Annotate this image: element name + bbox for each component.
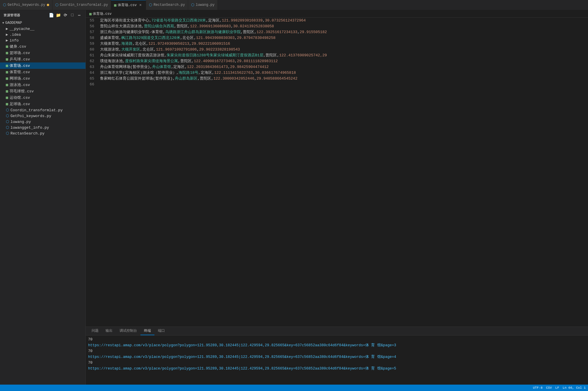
editor-area: ▦ 体育场.csv 55定海区岑港街道文化体育中心,72省道与岑柴路交叉口西南2… — [86, 10, 588, 385]
terminal-line: https://restapi.amap.com/v3/place/polygo… — [88, 366, 586, 372]
sidebar-item-yundongguan[interactable]: ▦运动馆.csv — [0, 94, 85, 101]
csv-file-icon: ▦ — [6, 70, 8, 74]
line-number: 60 — [86, 47, 99, 53]
line-content: 定海区岑港街道文化体育中心,72省道与岑柴路交叉口西南20米,定海区,121.9… — [99, 18, 588, 24]
sidebar-item-zuqiuchang[interactable]: ▦足球场.csv — [0, 101, 85, 107]
table-row: 60大槻游泳馆,大槻开发区,北仑区,121.96971092791806,29.… — [86, 47, 588, 53]
sidebar-item-label: 网球场.csv — [10, 76, 83, 81]
status-bar: UTF-8CSVLFLn 66, Col 1 — [0, 385, 588, 391]
bottom-panel: 问题输出调试控制台终端端口 70https://restapi.amap.com… — [86, 327, 588, 385]
sidebar-item-label: __pycache__ — [10, 27, 83, 31]
line-number: 57 — [86, 29, 99, 35]
sidebar-header-actions: 📄 📁 ⟳ □ ⋯ — [49, 12, 82, 18]
sidebar-item-tiyuchang[interactable]: ▦体育场.csv — [0, 62, 85, 69]
sidebar-item-label: 体育馆.csv — [10, 69, 83, 75]
table-row: 55定海区岑港街道文化体育中心,72省道与岑柴路交叉口西南20米,定海区,121… — [86, 18, 588, 24]
terminal-line: https://restapi.amap.com/v3/place/polygo… — [88, 342, 586, 348]
tab-tab-rectansearch[interactable]: ⬡RectanSearch.py — [146, 0, 188, 10]
status-item: LF — [555, 386, 559, 390]
sidebar-item-youyongchi[interactable]: ▦游泳池.csv — [0, 82, 85, 88]
sidebar-item-label: 羽毛球馆.csv — [10, 89, 83, 94]
tab-label: Coordin_transformlat.py — [60, 3, 108, 7]
sidebar-item-wangqiuchang[interactable]: ▦网球场.csv — [0, 75, 85, 82]
new-folder-icon[interactable]: 📁 — [56, 12, 61, 18]
line-content — [99, 82, 588, 87]
sidebar-item-luwangget[interactable]: ⬡luwangget_info.py — [0, 125, 85, 130]
sidebar-item-label: Coordin_transformlat.py — [10, 108, 83, 112]
csv-file-icon: ▦ — [6, 57, 8, 62]
line-number: 59 — [86, 41, 99, 47]
panel-tab-shuchu[interactable]: 输出 — [102, 327, 116, 335]
terminal-line: 70 — [88, 337, 586, 342]
sidebar-item-coordin[interactable]: ⬡Coordin_transformlat.py — [0, 107, 85, 113]
line-number: 63 — [86, 64, 99, 70]
collapse-icon[interactable]: □ — [70, 12, 75, 18]
csv-file-icon: ▦ — [6, 51, 8, 55]
sidebar-title: 资源管理器 — [3, 13, 20, 17]
terminal-line: 70 — [88, 360, 586, 366]
tab-icon-py: ⬡ — [191, 3, 194, 7]
panel-tab-duankou[interactable]: 端口 — [154, 327, 168, 335]
line-content: 普陀山祥生大酒店游泳池,普陀山镇合兴西苑,普陀区,122.39969136086… — [99, 24, 588, 29]
csv-file-icon: ▦ — [6, 44, 8, 49]
line-content: 浙江海洋大学(定海校区)游泳馆（暂停营业）,海院路18号,定海区,122.111… — [99, 70, 588, 76]
sidebar-item-label: 足球场.csv — [10, 101, 83, 107]
table-row: 65鲁家畸红石体育公园室外篮球场(暂停营业),舟山群岛新区,普陀区,122.30… — [86, 76, 588, 82]
sidebar-items-container: ▶ __pycache__▶ .idea▶ info▦健身.csv▦篮球场.cs… — [0, 26, 85, 136]
sidebar-item-idea[interactable]: ▶ .idea — [0, 32, 85, 37]
table-row: 66 — [86, 82, 588, 87]
tab-tab-coordin[interactable]: ⬡Coordin_transformlat.py — [52, 0, 111, 10]
csv-file-icon: ▦ — [6, 63, 8, 68]
terminal-content[interactable]: 70https://restapi.amap.com/v3/place/poly… — [86, 336, 588, 385]
tab-label: GetPoi_keywords.py — [8, 3, 45, 7]
tab-icon-py: ⬡ — [55, 3, 58, 7]
sidebar-item-info[interactable]: ▶ info — [0, 37, 85, 43]
sidebar-item-yumaoqiuguan[interactable]: ▦羽毛球馆.csv — [0, 88, 85, 94]
line-content: 浙江舟山旅游与健康职业学院-体育馆,乌塘路浙江舟山群岛新区旅游与健康职业学院,普… — [99, 29, 588, 35]
line-content: 盛威体育馆,枫江路与329国道交叉口西北120米,北仑区,121.9943908… — [99, 35, 588, 41]
more-icon[interactable]: ⋯ — [77, 12, 82, 18]
sidebar-item-label: GetPoi_keywords.py — [10, 114, 83, 118]
line-number: 55 — [86, 18, 99, 24]
line-number: 66 — [86, 82, 99, 87]
panel-tab-tiaoshi[interactable]: 调试控制台 — [116, 327, 140, 335]
sidebar-root-label: GAODEMAP — [5, 21, 22, 25]
sidebar-item-jianshen[interactable]: ▦健身.csv — [0, 43, 85, 50]
table-row: 58盛威体育馆,枫江路与329国道交叉口西北120米,北仑区,121.99439… — [86, 35, 588, 41]
tab-icon-py: ⬡ — [3, 3, 6, 7]
table-row: 61舟山朱家尖绿城威斯汀度假酒店游泳馆,朱家尖街道假日路1288号朱家尖绿城威斯… — [86, 53, 588, 58]
sidebar-item-tiyuguan[interactable]: ▦体育馆.csv — [0, 69, 85, 75]
table-row: 62璞缇海游泳池,度假村路朱家尖璞缇海海景公寓,普陀区,122.40900167… — [86, 58, 588, 64]
sidebar-item-luwang[interactable]: ⬡luwang.py — [0, 119, 85, 125]
sidebar-root[interactable]: ▼ GAODEMAP — [0, 20, 85, 26]
terminal-line: 70 — [88, 348, 586, 354]
py-file-icon: ⬡ — [6, 114, 9, 118]
code-editor[interactable]: 55定海区岑港街道文化体育中心,72省道与岑柴路交叉口西南20米,定海区,121… — [86, 18, 588, 327]
sidebar-item-label: luwangget_info.py — [10, 125, 83, 130]
sidebar-item-label: 游泳池.csv — [10, 82, 83, 87]
sidebar-item-pycache[interactable]: ▶ __pycache__ — [0, 26, 85, 32]
table-row: 63舟山体育馆网球场(暂停营业),舟山体育馆,定海区,122.203198436… — [86, 64, 588, 70]
sidebar-item-getpoi[interactable]: ⬡GetPoi_keywords.py — [0, 113, 85, 119]
panel-tab-zhongduan[interactable]: 终端 — [140, 327, 154, 335]
chevron-right-icon: ▶ — [6, 38, 8, 43]
sidebar-item-lanqiuchang[interactable]: ▦篮球场.csv — [0, 50, 85, 56]
line-number: 64 — [86, 70, 99, 76]
sidebar-item-rectansearch[interactable]: ⬡RectanSearch.py — [0, 130, 85, 136]
tab-tab-tiyuchang[interactable]: ▦体育场.csv× — [111, 0, 146, 10]
tab-close-button[interactable]: × — [138, 3, 143, 8]
py-file-icon: ⬡ — [6, 131, 9, 136]
status-item: CSV — [546, 386, 552, 390]
panel-tab-wenti[interactable]: 问题 — [88, 327, 102, 335]
py-file-icon: ⬡ — [6, 125, 9, 130]
tab-tab-getpoi[interactable]: ⬡GetPoi_keywords.py — [0, 0, 52, 10]
refresh-icon[interactable]: ⟳ — [63, 12, 68, 18]
table-row: 57浙江舟山旅游与健康职业学院-体育馆,乌塘路浙江舟山群岛新区旅游与健康职业学院… — [86, 29, 588, 35]
line-number: 65 — [86, 76, 99, 82]
tab-tab-luwang[interactable]: ⬡luwang.py — [188, 0, 218, 10]
breadcrumb: ▦ 体育场.csv — [86, 10, 588, 18]
new-file-icon[interactable]: 📄 — [49, 12, 54, 18]
sidebar-header: 资源管理器 📄 📁 ⟳ □ ⋯ — [0, 10, 85, 20]
sidebar-item-pingpangqiu[interactable]: ▦乒乓球.csv — [0, 56, 85, 62]
status-item: UTF-8 — [533, 386, 543, 390]
